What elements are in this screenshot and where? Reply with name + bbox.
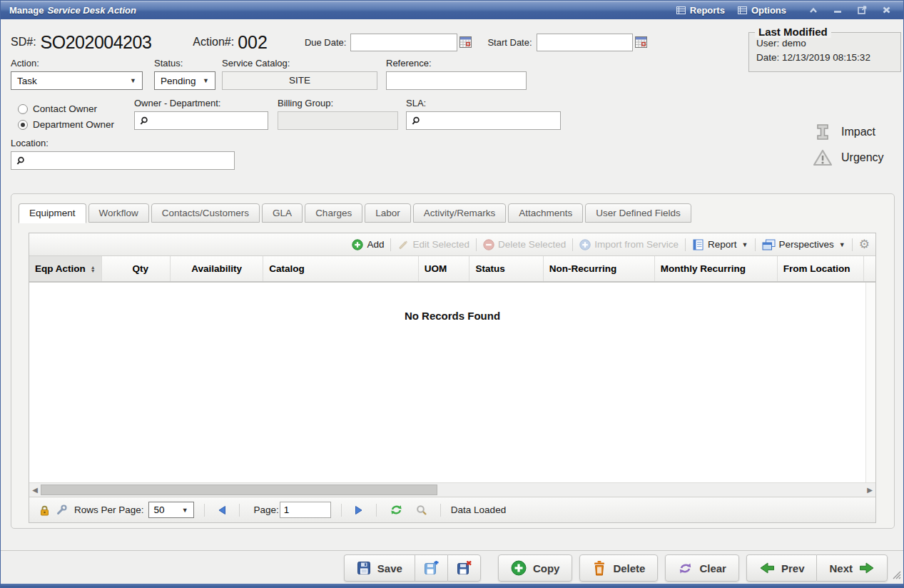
- options-list-icon: [738, 6, 747, 14]
- scroll-left-icon[interactable]: ◀: [29, 483, 41, 497]
- owner-department-input[interactable]: [134, 111, 268, 130]
- column-header-status[interactable]: Status: [469, 256, 543, 281]
- minimize-icon[interactable]: [833, 7, 842, 14]
- reports-menu-button[interactable]: Reports: [676, 5, 725, 16]
- column-header-availability[interactable]: Availability: [171, 256, 263, 281]
- start-date-calendar-icon[interactable]: [635, 36, 647, 48]
- tab-attachments[interactable]: Attachments: [508, 203, 583, 223]
- resize-grip[interactable]: [891, 569, 901, 582]
- column-header-qty[interactable]: Qty: [102, 256, 171, 281]
- vertical-scrollbar[interactable]: [865, 283, 875, 482]
- column-header-uom[interactable]: UOM: [419, 256, 470, 281]
- report-list-icon: [676, 6, 686, 14]
- urgency-warning-icon: [813, 148, 833, 167]
- window-title: ManageService Desk Action: [9, 5, 136, 16]
- column-label: Eqp Action: [35, 263, 86, 274]
- service-catalog-field: Service Catalog: SITE: [222, 58, 377, 90]
- wrench-icon[interactable]: [56, 505, 67, 516]
- refresh-icon[interactable]: [390, 504, 403, 516]
- due-date-calendar-icon[interactable]: [459, 36, 472, 48]
- lock-icon[interactable]: [39, 505, 50, 516]
- save-button[interactable]: Save: [344, 554, 415, 582]
- sort-icon: ▲▼: [91, 265, 96, 273]
- tab-label: Charges: [315, 208, 352, 218]
- prev-button-label: Prev: [781, 562, 805, 574]
- next-button[interactable]: Next: [816, 554, 888, 582]
- tab-contacts-customers[interactable]: Contacts/Customers: [151, 203, 260, 223]
- bottom-action-bar: Save Copy Delete Clear P: [1, 550, 903, 585]
- service-catalog-value: SITE: [222, 71, 377, 90]
- department-owner-radio[interactable]: Department Owner: [18, 119, 114, 130]
- tab-gla[interactable]: GLA: [262, 203, 303, 223]
- next-button-label: Next: [829, 562, 853, 574]
- column-header-eqp-action[interactable]: Eqp Action ▲▼: [29, 256, 102, 281]
- search-records-icon[interactable]: [416, 505, 427, 516]
- column-header-monthly-recurring[interactable]: Monthly Recurring: [655, 256, 778, 281]
- delete-selected-button[interactable]: Delete Selected: [483, 239, 566, 250]
- save-and-close-button[interactable]: [447, 554, 481, 582]
- tab-label: Contacts/Customers: [162, 208, 249, 218]
- scrollbar-thumb[interactable]: [41, 485, 437, 495]
- contact-owner-radio[interactable]: Contact Owner: [18, 103, 114, 114]
- perspectives-button[interactable]: Perspectives ▼: [762, 239, 845, 250]
- perspectives-button-label: Perspectives: [779, 239, 834, 250]
- column-header-catalog[interactable]: Catalog: [263, 256, 419, 281]
- location-input[interactable]: [11, 151, 235, 170]
- urgency-row[interactable]: Urgency: [813, 148, 884, 167]
- import-from-service-button[interactable]: Import from Service: [579, 239, 679, 250]
- expand-icon[interactable]: [858, 6, 867, 14]
- titlebar: ManageService Desk Action Reports Option…: [1, 1, 903, 19]
- page-number-input[interactable]: [280, 502, 331, 518]
- grid-settings-button[interactable]: ⚙: [859, 239, 870, 250]
- scroll-right-icon[interactable]: ▶: [864, 483, 875, 497]
- column-header-from-location[interactable]: From Location: [778, 256, 864, 281]
- owner-department-field: Owner - Department:: [134, 98, 268, 130]
- tab-workflow[interactable]: Workflow: [88, 203, 149, 223]
- tab-charges[interactable]: Charges: [305, 203, 362, 223]
- tab-equipment[interactable]: Equipment: [19, 203, 86, 223]
- previous-page-icon[interactable]: [218, 505, 226, 515]
- delete-button[interactable]: Delete: [579, 554, 658, 582]
- start-date-input[interactable]: [537, 34, 633, 51]
- copy-button[interactable]: Copy: [498, 554, 573, 582]
- rows-per-page-select[interactable]: 50 ▼: [148, 502, 194, 518]
- chevron-down-icon: ▼: [839, 241, 845, 248]
- arrow-left-icon: [759, 562, 775, 574]
- collapse-icon[interactable]: [809, 7, 818, 14]
- prev-button[interactable]: Prev: [746, 554, 817, 582]
- action-field: Action: Task ▼: [11, 58, 143, 90]
- add-button[interactable]: Add: [352, 239, 384, 250]
- report-button-label: Report: [708, 239, 737, 250]
- scrollbar-track[interactable]: [41, 483, 864, 497]
- window-controls: [809, 6, 890, 14]
- column-header-non-recurring[interactable]: Non-Recurring: [544, 256, 655, 281]
- edit-pencil-icon: [397, 239, 409, 250]
- tab-activity-remarks[interactable]: Activity/Remarks: [413, 203, 507, 223]
- next-page-icon[interactable]: [355, 505, 363, 515]
- footer-divider: [239, 504, 240, 517]
- tab-labor[interactable]: Labor: [365, 203, 411, 223]
- toolbar-divider: [572, 238, 573, 251]
- options-menu-label: Options: [751, 5, 786, 16]
- due-date-input[interactable]: [350, 34, 457, 51]
- clear-button-label: Clear: [699, 562, 726, 574]
- reference-input[interactable]: [386, 71, 527, 90]
- save-and-new-button[interactable]: [415, 554, 447, 582]
- chevron-down-icon: ▼: [203, 77, 209, 84]
- action-select[interactable]: Task ▼: [11, 71, 143, 90]
- impact-icon: [813, 122, 833, 142]
- clear-button[interactable]: Clear: [665, 554, 739, 582]
- status-select[interactable]: Pending ▼: [154, 71, 215, 90]
- tab-user-defined-fields[interactable]: User Defined Fields: [585, 203, 691, 223]
- impact-row[interactable]: Impact: [813, 122, 884, 142]
- footer-divider: [341, 504, 342, 517]
- tab-label: Equipment: [29, 208, 76, 218]
- column-label: Availability: [191, 263, 242, 274]
- options-menu-button[interactable]: Options: [738, 5, 786, 16]
- status-field: Status: Pending ▼: [154, 58, 215, 90]
- edit-selected-button[interactable]: Edit Selected: [397, 239, 469, 250]
- report-button[interactable]: Report ▼: [692, 239, 748, 250]
- sla-input[interactable]: [406, 111, 561, 130]
- close-icon[interactable]: [883, 6, 890, 14]
- clear-refresh-icon: [678, 562, 693, 575]
